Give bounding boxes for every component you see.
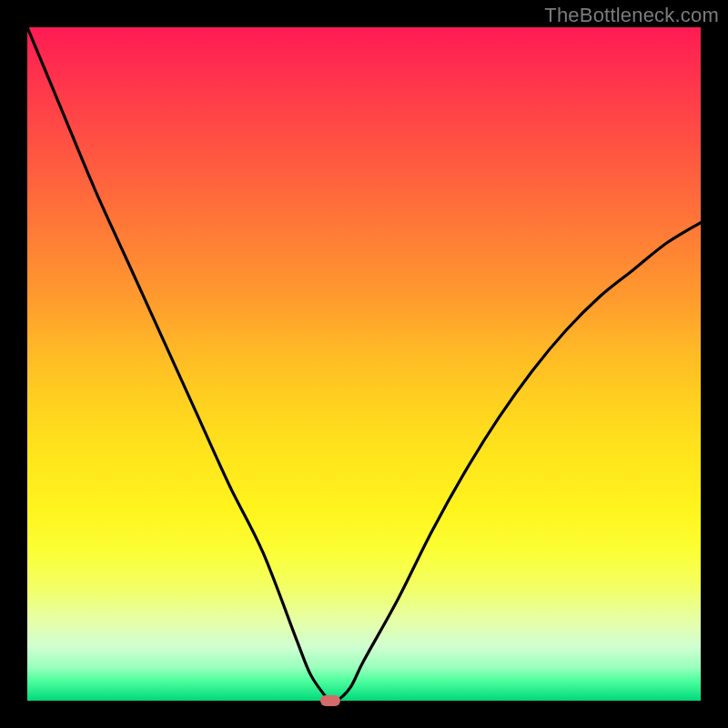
bottleneck-curve bbox=[27, 27, 701, 701]
minimum-marker bbox=[320, 695, 340, 706]
watermark-text: TheBottleneck.com bbox=[544, 4, 719, 27]
plot-area bbox=[27, 27, 701, 701]
curve-path bbox=[27, 27, 701, 701]
chart-frame: TheBottleneck.com bbox=[0, 0, 728, 728]
